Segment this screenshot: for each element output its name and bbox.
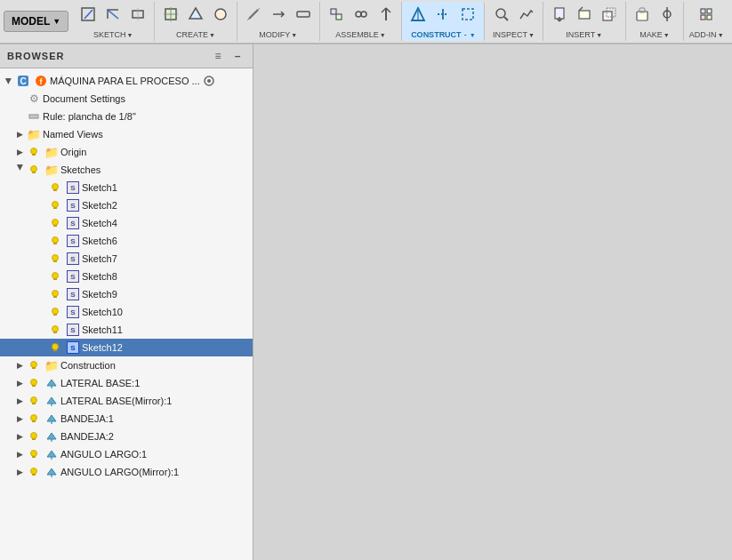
- assemble-btn-1[interactable]: [325, 4, 348, 25]
- sketch-btn-2[interactable]: [101, 4, 125, 25]
- origin-bulb-icon: [27, 145, 41, 159]
- tree-item-sketches[interactable]: ▶ 📁 Sketches: [0, 161, 253, 179]
- named-views-arrow[interactable]: ▶: [14, 129, 25, 140]
- tree-item-sketch8[interactable]: S Sketch8: [0, 268, 253, 285]
- sketch11-icon: S: [66, 323, 80, 337]
- insert-btn-1[interactable]: [548, 4, 571, 25]
- tree-item-named-views[interactable]: ▶ 📁 Named Views: [0, 125, 253, 143]
- root-expand-arrow[interactable]: ▶: [4, 76, 14, 86]
- tree-item-sketch1[interactable]: S Sketch1: [0, 179, 253, 196]
- svg-point-68: [52, 291, 59, 297]
- modify-btn-1[interactable]: [242, 4, 265, 25]
- tree-item-bandeja1[interactable]: ▶ BANDEJA:1: [0, 410, 253, 428]
- svg-rect-57: [53, 189, 57, 191]
- tree-item-sketch4[interactable]: S Sketch4: [0, 214, 253, 232]
- sketch1-bulb: [48, 180, 62, 195]
- origin-folder-icon: 📁: [44, 145, 59, 159]
- sketch-btn-3[interactable]: [126, 4, 149, 25]
- origin-arrow[interactable]: ▶: [14, 147, 25, 157]
- make-btn-2[interactable]: [656, 4, 679, 25]
- tree-item-doc-settings[interactable]: ⚙ Document Settings: [0, 90, 253, 108]
- tree-item-angulo-largo-mirror[interactable]: ▶ ANGULO LARGO(Mirror):1: [0, 463, 253, 481]
- tree-item-construction[interactable]: ▶ 📁 Construction: [0, 356, 253, 374]
- construct-group-label[interactable]: CONSTRUCT - ▼: [411, 30, 475, 39]
- create-btn-3[interactable]: [209, 4, 232, 25]
- insert-group-label[interactable]: INSERT ▼: [566, 30, 602, 39]
- root-logo-icon: f: [34, 74, 48, 88]
- tree-item-sketch10[interactable]: S Sketch10: [0, 303, 253, 321]
- insert-btn-2[interactable]: [573, 4, 596, 25]
- assemble-group-label[interactable]: ASSEMBLE ▼: [335, 30, 385, 39]
- bandeja2-arrow[interactable]: ▶: [14, 431, 25, 442]
- svg-line-29: [579, 7, 583, 11]
- lateral-base1-arrow[interactable]: ▶: [14, 378, 25, 388]
- bandeja1-arrow[interactable]: ▶: [14, 413, 25, 424]
- assemble-btn-3[interactable]: [374, 4, 398, 25]
- tree-item-sketch11[interactable]: S Sketch11: [0, 321, 253, 339]
- sketch12-label: Sketch12: [82, 342, 123, 353]
- assemble-btn-2[interactable]: [350, 4, 373, 25]
- construct-btn-3[interactable]: [456, 4, 479, 25]
- svg-rect-61: [53, 225, 57, 227]
- tree-item-bandeja2[interactable]: ▶ BANDEJA:2: [0, 428, 253, 445]
- angulo-largo1-arrow[interactable]: ▶: [14, 449, 25, 460]
- make-btn-1[interactable]: [631, 4, 654, 25]
- tree-item-origin[interactable]: ▶ 📁 Origin: [0, 143, 253, 161]
- browser-tree: ▶ C f MÁQUINA PARA EL PROCESO ... ⚙ Docu…: [0, 68, 253, 484]
- browser-menu-icon[interactable]: ≡: [210, 48, 226, 64]
- sketch6-bulb: [48, 234, 62, 248]
- sketch11-bulb: [48, 323, 62, 337]
- sketches-folder-icon: 📁: [44, 163, 59, 177]
- sketch9-bulb: [48, 287, 62, 301]
- inspect-group-label[interactable]: INSPECT ▼: [493, 30, 535, 39]
- sketches-arrow[interactable]: ▶: [14, 164, 25, 175]
- inspect-btn-2[interactable]: [515, 4, 538, 25]
- angulo-largo-mirror-label: ANGULO LARGO(Mirror):1: [60, 467, 179, 477]
- svg-rect-91: [32, 456, 36, 458]
- create-btn-2[interactable]: [184, 4, 207, 25]
- addin-btn-1[interactable]: [695, 4, 718, 25]
- tree-item-angulo-largo1[interactable]: ▶ ANGULO LARGO:1: [0, 445, 253, 463]
- angulo-largo-mirror-arrow[interactable]: ▶: [14, 467, 25, 477]
- inspect-btn-1[interactable]: [490, 4, 513, 25]
- tree-item-sketch9[interactable]: S Sketch9: [0, 285, 253, 303]
- addin-group-label[interactable]: ADD-IN ▼: [689, 30, 724, 39]
- tree-item-sketch7[interactable]: S Sketch7: [0, 250, 253, 268]
- sketch12-bulb: [48, 340, 62, 355]
- modify-group-label[interactable]: MODIFY ▼: [259, 30, 297, 39]
- tree-item-sketch12[interactable]: S Sketch12: [0, 339, 253, 356]
- model-label: MODEL: [12, 15, 50, 28]
- tree-item-sketch2[interactable]: S Sketch2: [0, 196, 253, 214]
- sketch-btn-1[interactable]: [76, 4, 100, 25]
- svg-point-87: [31, 433, 37, 439]
- browser-collapse-icon[interactable]: –: [229, 48, 245, 64]
- modify-btn-3[interactable]: [292, 4, 315, 25]
- tree-item-sketch6[interactable]: S Sketch6: [0, 232, 253, 250]
- insert-btn-3[interactable]: [598, 4, 621, 25]
- model-button[interactable]: MODEL ▼: [4, 11, 68, 32]
- modify-icons: [242, 4, 315, 25]
- tree-root-item[interactable]: ▶ C f MÁQUINA PARA EL PROCESO ...: [0, 72, 253, 90]
- svg-point-72: [52, 326, 59, 332]
- create-btn-1[interactable]: [159, 4, 182, 25]
- svg-point-12: [356, 12, 361, 17]
- construct-btn-1[interactable]: [406, 4, 430, 25]
- svg-line-23: [504, 17, 508, 20]
- lateral-base1-comp-icon: [44, 376, 59, 390]
- make-icons: [631, 4, 679, 25]
- tree-item-lateral-base1[interactable]: ▶ LATERAL BASE:1: [0, 374, 253, 392]
- make-group-label[interactable]: MAKE ▼: [639, 30, 669, 39]
- tree-item-rule[interactable]: Rule: plancha de 1/8": [0, 108, 253, 125]
- create-group-label[interactable]: CREATE ▼: [176, 30, 215, 39]
- construction-arrow[interactable]: ▶: [14, 360, 25, 371]
- model-caret: ▼: [52, 17, 60, 26]
- tree-item-lateral-base-mirror[interactable]: ▶ LATERAL BASE(Mirror):1: [0, 392, 253, 410]
- sketch7-icon: S: [66, 252, 80, 266]
- toolbar-group-insert: INSERT ▼: [543, 2, 626, 41]
- sketch-group-label[interactable]: SKETCH ▼: [93, 30, 133, 39]
- svg-rect-63: [53, 243, 57, 244]
- construct-btn-2[interactable]: [431, 4, 454, 25]
- sketch6-icon: S: [66, 234, 80, 248]
- modify-btn-2[interactable]: [267, 4, 290, 25]
- lateral-base-mirror-arrow[interactable]: ▶: [14, 396, 25, 406]
